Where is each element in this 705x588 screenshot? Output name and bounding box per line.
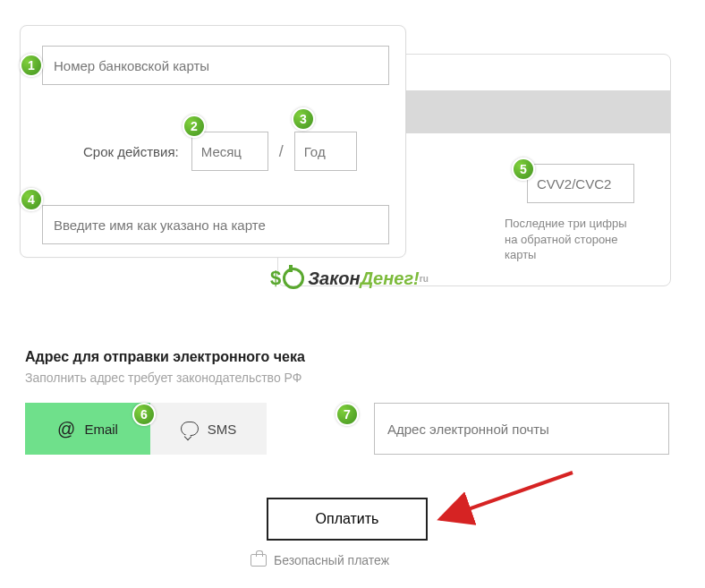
receipt-email-input[interactable] <box>374 403 669 455</box>
expiry-row: Срок действия: / <box>83 132 357 171</box>
receipt-title: Адрес для отправки электронного чека <box>25 349 669 365</box>
clock-icon <box>283 268 304 289</box>
step-badge-5: 5 <box>512 158 535 181</box>
logo-tld: ru <box>420 274 429 284</box>
secure-payment-label: Безопасный платеж <box>274 553 389 567</box>
cvv-hint-text: Последние три цифры на обратной стороне … <box>505 216 634 263</box>
pay-button[interactable]: Оплатить <box>267 498 428 541</box>
svg-line-0 <box>440 473 573 519</box>
step-badge-7: 7 <box>336 403 359 426</box>
tab-email[interactable]: @ Email <box>25 403 150 455</box>
tab-sms-label: SMS <box>208 422 237 437</box>
expiry-slash: / <box>279 142 284 161</box>
logo-text-1: Закон <box>308 268 360 289</box>
step-badge-3: 3 <box>292 107 315 131</box>
step-badge-6: 6 <box>132 403 156 426</box>
step-badge-1: 1 <box>20 54 43 77</box>
cvv-input[interactable] <box>527 164 634 203</box>
card-front-panel: Срок действия: / <box>20 25 406 258</box>
annotation-arrow <box>429 467 582 539</box>
card-holder-input[interactable] <box>42 205 389 244</box>
expiry-label: Срок действия: <box>83 144 179 159</box>
receipt-section: Адрес для отправки электронного чека Зап… <box>25 349 669 455</box>
tab-email-label: Email <box>84 422 118 437</box>
secure-payment-footer: Безопасный платеж <box>251 553 389 567</box>
at-icon: @ <box>57 419 75 439</box>
chat-bubble-icon <box>181 422 199 436</box>
card-number-input[interactable] <box>42 46 389 85</box>
expiry-month-input[interactable] <box>191 132 268 171</box>
step-badge-4: 4 <box>20 188 43 211</box>
tab-sms[interactable]: SMS <box>150 403 267 455</box>
site-logo: $ Закон Денег! ru <box>270 267 429 290</box>
receipt-subtitle: Заполнить адрес требует законодательство… <box>25 371 669 385</box>
lock-card-icon <box>251 554 267 567</box>
step-badge-2: 2 <box>183 115 206 138</box>
dollar-icon: $ <box>270 267 281 290</box>
expiry-year-input[interactable] <box>294 132 357 171</box>
logo-text-2: Денег! <box>361 268 420 289</box>
